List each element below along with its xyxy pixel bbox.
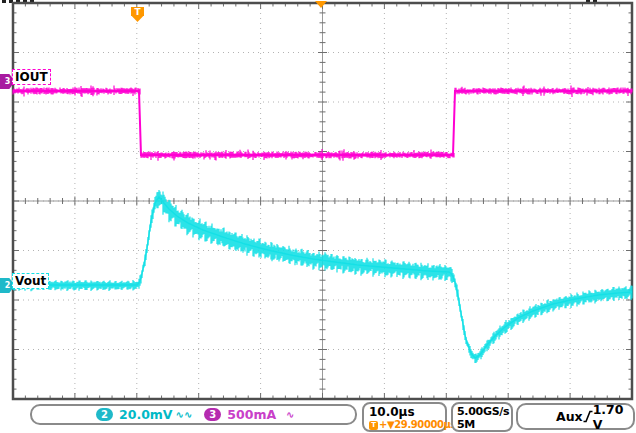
channel2-scale: 20.0mV	[119, 407, 173, 422]
channel-readout-box[interactable]: 2 20.0mV ∿∿ 3 500mA ∿	[30, 404, 357, 425]
waveform-traces	[11, 1, 634, 401]
channel2-marker-number: 2	[5, 281, 11, 290]
channel3-scale: 500mA	[227, 407, 276, 422]
channel2-coupling-icon: ∿∿	[176, 409, 193, 420]
acquisition-readout-box[interactable]: 5.00GS/s 5M points	[451, 402, 513, 432]
delay-prefix-icon: +▼	[379, 419, 394, 431]
rising-edge-icon	[583, 410, 593, 423]
expansion-point-icon	[315, 1, 327, 8]
channel3-coupling-icon: ∿	[286, 409, 294, 420]
trigger-level: 1.70 V	[593, 402, 624, 432]
timebase-scale: 10.0µs	[369, 405, 445, 419]
vout-trace-label: Vout	[12, 273, 49, 289]
oscilloscope-screen: T 3 2 IOUT Vout 2 20.0mV ∿∿ 3 500mA ∿ 10…	[0, 0, 636, 433]
trigger-readout-box[interactable]: Aux 1.70 V	[516, 403, 635, 430]
timebase-delay-value: 29.90000µs	[394, 419, 456, 431]
channel2-badge[interactable]: 2	[96, 408, 113, 421]
iout-trace-label: IOUT	[12, 69, 51, 85]
trigger-flag-letter: T	[134, 7, 140, 17]
channel3-badge-number: 3	[209, 409, 216, 420]
channel3-marker-number: 3	[5, 77, 11, 86]
channel3-badge[interactable]: 3	[204, 408, 221, 421]
channel2-badge-number: 2	[101, 409, 108, 420]
record-length: 5M points	[457, 418, 511, 433]
sample-rate: 5.00GS/s	[457, 405, 511, 418]
trigger-time-icon: T	[369, 421, 378, 430]
timebase-readout-box[interactable]: 10.0µs T +▼ 29.90000µs	[362, 402, 447, 432]
trigger-source: Aux	[556, 409, 583, 424]
timebase-delay-row: T +▼ 29.90000µs	[369, 419, 445, 431]
